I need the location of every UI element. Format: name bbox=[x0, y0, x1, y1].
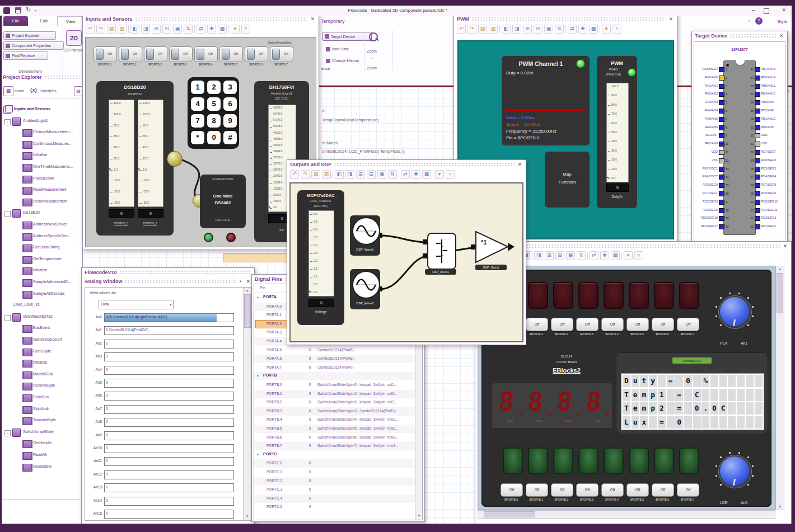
toolbar-icon[interactable]: ▿ bbox=[241, 25, 250, 34]
digital-pin-row[interactable]: PORTB.10SwitchArraySlider1(pin1), keypad… bbox=[254, 390, 415, 398]
board-off-button[interactable]: Off bbox=[576, 483, 598, 497]
toolbar-icon[interactable]: ⊟ bbox=[367, 170, 376, 179]
chip-pin-left[interactable] bbox=[719, 150, 724, 155]
digital-pin-row[interactable]: PORTB.20SwitchArraySlider1(pin2), keypad… bbox=[254, 398, 415, 407]
scroll-down-icon[interactable]: ▼ bbox=[415, 514, 423, 517]
tree-item[interactable]: TransmitByte bbox=[0, 416, 82, 426]
tree-item[interactable]: GetHandle bbox=[0, 439, 82, 449]
analog-value-input[interactable]: 825 ComboBL0114(LightSensor ADC) bbox=[104, 313, 234, 322]
tree-item[interactable]: BusEvent bbox=[0, 324, 82, 334]
tree-item[interactable]: SampleAllDevices bbox=[0, 290, 82, 300]
scroll-up-icon[interactable]: ▲ bbox=[244, 289, 251, 292]
zoom-label[interactable]: Zoom bbox=[367, 49, 377, 53]
keypad-key[interactable]: 2 bbox=[207, 81, 221, 94]
toolbar-icon[interactable]: ✚ bbox=[207, 25, 216, 34]
analog-value-input[interactable]: 0 bbox=[104, 379, 234, 388]
toolbar-icon[interactable]: ▥ bbox=[322, 170, 331, 179]
chip-pin-left[interactable] bbox=[719, 175, 724, 180]
slide-switch[interactable]: Off bbox=[194, 46, 218, 62]
chip-pin-left[interactable] bbox=[719, 100, 724, 105]
chip-pin-right[interactable] bbox=[755, 133, 760, 138]
group-expander-icon[interactable]: ▾ bbox=[257, 295, 259, 299]
toolbar-icon[interactable]: ✚ bbox=[600, 251, 609, 260]
analog-value-input[interactable]: 0 bbox=[104, 457, 234, 466]
tree-item[interactable]: -DS18B20 bbox=[0, 209, 82, 219]
board-hscrollbar[interactable] bbox=[478, 510, 775, 519]
dropdown-caret-icon[interactable]: ▾ bbox=[170, 303, 171, 307]
group-expander-icon[interactable]: ▾ bbox=[257, 374, 259, 378]
chip-pin-right[interactable] bbox=[755, 142, 760, 147]
toolbar-icon[interactable]: ▦ bbox=[422, 170, 431, 179]
ribbon-collapse-icon[interactable]: ^ bbox=[748, 19, 750, 24]
variables-icon[interactable]: {x} bbox=[30, 87, 37, 93]
toolbar-icon[interactable]: ✚ bbox=[578, 25, 587, 34]
toolbar-icon[interactable]: ▥ bbox=[118, 25, 127, 34]
tree-expander-icon[interactable]: - bbox=[4, 430, 11, 436]
digital-pin-row[interactable]: PORTC.10 bbox=[254, 468, 415, 477]
slide-switch[interactable]: Off bbox=[270, 46, 293, 62]
chip-pin-right[interactable] bbox=[755, 208, 760, 213]
chip-pin-left[interactable] bbox=[719, 216, 724, 221]
keypad-key[interactable]: 7 bbox=[191, 114, 204, 128]
digital-pin-row[interactable]: PORTB.50SwitchArraySlider1(pin5), keypad… bbox=[254, 425, 415, 433]
board-off-button[interactable]: Off bbox=[626, 318, 649, 331]
chip-pin-left[interactable] bbox=[719, 76, 724, 81]
toolbar-icon[interactable]: ◧ bbox=[130, 25, 139, 34]
toolbar-icon[interactable]: ▣ bbox=[173, 25, 182, 34]
toolbar-icon[interactable]: ⊟ bbox=[555, 251, 564, 260]
digital-pin-row[interactable]: PORTA.50ComboBL0114(PinA5) bbox=[254, 346, 415, 355]
toolbar-icon[interactable]: ⇅ bbox=[555, 25, 564, 34]
tree-item[interactable]: SampleAddressedD... bbox=[0, 278, 82, 288]
style-label[interactable]: Style bbox=[777, 19, 787, 24]
keypad-key[interactable]: 3 bbox=[223, 81, 237, 94]
scroll-down-icon[interactable]: ▼ bbox=[244, 515, 251, 518]
tree-item[interactable]: PowerDown bbox=[0, 175, 82, 185]
toolbar-icon[interactable]: ⊞ bbox=[523, 25, 532, 34]
keypad-key[interactable]: 1 bbox=[191, 81, 204, 94]
toolbar-icon[interactable]: ⇅ bbox=[184, 25, 193, 34]
digital-pin-row[interactable]: PORTB.00SwitchArraySlider1(pin0), keypad… bbox=[254, 381, 415, 389]
analog-value-input[interactable]: 0 bbox=[104, 418, 234, 427]
tree-item[interactable]: ReadMeasurement bbox=[0, 186, 82, 196]
chip-pin-right[interactable] bbox=[755, 167, 760, 172]
tree-item[interactable]: AddressNextDevice bbox=[0, 220, 82, 230]
chip-pin-right[interactable] bbox=[755, 125, 760, 130]
board-off-button[interactable]: Off bbox=[677, 483, 699, 497]
slide-switch[interactable]: Off bbox=[119, 46, 142, 62]
toolbar-icon[interactable]: ▾ bbox=[624, 251, 633, 260]
scroll-thumb[interactable] bbox=[244, 294, 251, 328]
tree-item[interactable]: GetIDByte bbox=[0, 347, 82, 357]
tree-item[interactable]: AddressSpecificDev... bbox=[0, 232, 82, 242]
digital-pin-row[interactable]: PORTC.40 bbox=[254, 495, 415, 503]
digital-pin-row[interactable]: PORTC.00 bbox=[254, 459, 415, 468]
toolbar-icon[interactable]: ◧ bbox=[502, 25, 511, 34]
toolbar-icon[interactable]: ⇅ bbox=[388, 170, 397, 179]
chip-pin-left[interactable] bbox=[719, 167, 724, 172]
chip-pin-left[interactable] bbox=[719, 92, 724, 97]
toolbar-icon[interactable]: ⇄ bbox=[197, 25, 205, 34]
slide-switch-knob[interactable] bbox=[146, 49, 154, 60]
toolbar-icon[interactable]: ⇄ bbox=[590, 251, 598, 260]
toolbar-icon[interactable]: ▦ bbox=[611, 251, 620, 260]
digital-pin-row[interactable]: ▾PORTC bbox=[254, 451, 415, 459]
chip-pin-right[interactable] bbox=[755, 183, 760, 188]
dsp-wave-component[interactable]: DSP_Wave2 bbox=[350, 269, 380, 309]
keypad-key[interactable]: 6 bbox=[223, 97, 237, 111]
analog-vscrollbar[interactable]: ▲▼ bbox=[243, 288, 251, 520]
dsp-mux-component[interactable] bbox=[427, 233, 456, 270]
chip-pin-right[interactable] bbox=[755, 175, 760, 180]
slide-switch-knob[interactable] bbox=[272, 49, 280, 60]
slide-switch[interactable]: Off bbox=[93, 46, 117, 62]
toolbar-icon[interactable]: ▦ bbox=[589, 25, 598, 34]
toolbar-icon[interactable]: ▣ bbox=[566, 251, 575, 260]
toolbar-icon[interactable]: ↷ bbox=[467, 25, 476, 34]
onewire-connector-ball[interactable] bbox=[167, 151, 183, 167]
analog-value-input[interactable]: 0 bbox=[104, 366, 234, 375]
chip-pin-left[interactable] bbox=[719, 133, 724, 138]
chip-pin-right[interactable] bbox=[755, 92, 760, 97]
tree-item[interactable]: Initialise bbox=[0, 151, 82, 161]
knob[interactable] bbox=[720, 456, 749, 486]
analog-value-input[interactable]: 0 bbox=[104, 392, 234, 401]
analog-value-input[interactable]: 0 bbox=[104, 405, 234, 414]
board-off-button[interactable]: Off bbox=[677, 318, 699, 331]
